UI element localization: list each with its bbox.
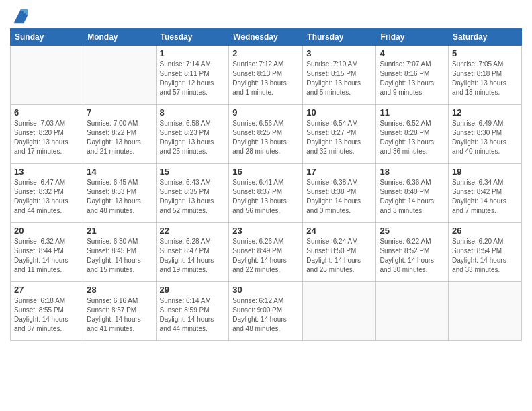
calendar-cell: 15Sunrise: 6:43 AMSunset: 8:35 PMDayligh… — [156, 164, 229, 223]
day-number: 18 — [380, 167, 445, 177]
day-number: 27 — [14, 285, 79, 295]
day-info: Sunrise: 6:12 AMSunset: 9:00 PMDaylight:… — [232, 296, 299, 334]
day-number: 19 — [452, 167, 518, 177]
calendar-cell: 6Sunrise: 7:03 AMSunset: 8:20 PMDaylight… — [11, 105, 83, 164]
calendar-cell — [303, 282, 376, 341]
day-info: Sunrise: 6:41 AMSunset: 8:37 PMDaylight:… — [232, 178, 299, 216]
calendar-cell: 27Sunrise: 6:18 AMSunset: 8:55 PMDayligh… — [11, 282, 83, 341]
day-info: Sunrise: 6:32 AMSunset: 8:44 PMDaylight:… — [14, 237, 79, 275]
day-info: Sunrise: 7:03 AMSunset: 8:20 PMDaylight:… — [14, 119, 79, 156]
calendar-cell: 22Sunrise: 6:28 AMSunset: 8:47 PMDayligh… — [156, 223, 229, 282]
day-info: Sunrise: 6:28 AMSunset: 8:47 PMDaylight:… — [160, 237, 226, 275]
day-info: Sunrise: 6:20 AMSunset: 8:54 PMDaylight:… — [452, 237, 518, 275]
calendar-cell: 29Sunrise: 6:14 AMSunset: 8:59 PMDayligh… — [156, 282, 229, 341]
day-info: Sunrise: 7:14 AMSunset: 8:11 PMDaylight:… — [160, 60, 226, 97]
day-number: 11 — [380, 107, 445, 118]
day-info: Sunrise: 6:18 AMSunset: 8:55 PMDaylight:… — [14, 296, 79, 334]
page: SundayMondayTuesdayWednesdayThursdayFrid… — [0, 0, 532, 348]
calendar-cell: 17Sunrise: 6:38 AMSunset: 8:38 PMDayligh… — [303, 164, 376, 223]
day-info: Sunrise: 6:49 AMSunset: 8:30 PMDaylight:… — [452, 119, 518, 156]
calendar-cell: 11Sunrise: 6:52 AMSunset: 8:28 PMDayligh… — [376, 105, 449, 164]
calendar-cell: 2Sunrise: 7:12 AMSunset: 8:13 PMDaylight… — [229, 46, 303, 105]
logo-icon — [11, 7, 30, 26]
day-info: Sunrise: 6:54 AMSunset: 8:27 PMDaylight:… — [306, 119, 372, 156]
day-info: Sunrise: 7:05 AMSunset: 8:18 PMDaylight:… — [452, 60, 518, 97]
day-number: 24 — [306, 226, 372, 236]
day-info: Sunrise: 6:58 AMSunset: 8:23 PMDaylight:… — [160, 119, 226, 156]
day-number: 14 — [87, 167, 152, 177]
day-info: Sunrise: 7:07 AMSunset: 8:16 PMDaylight:… — [380, 60, 445, 97]
day-number: 5 — [452, 48, 518, 58]
calendar-cell: 12Sunrise: 6:49 AMSunset: 8:30 PMDayligh… — [449, 105, 522, 164]
calendar-cell: 3Sunrise: 7:10 AMSunset: 8:15 PMDaylight… — [303, 46, 376, 105]
calendar-table: SundayMondayTuesdayWednesdayThursdayFrid… — [10, 28, 522, 341]
day-number: 3 — [306, 48, 372, 58]
column-header-sunday: Sunday — [11, 29, 83, 46]
day-number: 4 — [380, 48, 445, 58]
day-number: 12 — [452, 107, 518, 118]
week-row-2: 6Sunrise: 7:03 AMSunset: 8:20 PMDaylight… — [11, 105, 522, 164]
day-number: 2 — [232, 48, 299, 58]
day-number: 22 — [160, 226, 226, 236]
calendar-cell: 24Sunrise: 6:24 AMSunset: 8:50 PMDayligh… — [303, 223, 376, 282]
calendar-cell: 9Sunrise: 6:56 AMSunset: 8:25 PMDaylight… — [229, 105, 303, 164]
column-header-friday: Friday — [376, 29, 449, 46]
calendar-cell: 14Sunrise: 6:45 AMSunset: 8:33 PMDayligh… — [83, 164, 156, 223]
day-info: Sunrise: 6:24 AMSunset: 8:50 PMDaylight:… — [306, 237, 372, 275]
calendar-cell — [11, 46, 83, 105]
calendar-cell: 30Sunrise: 6:12 AMSunset: 9:00 PMDayligh… — [229, 282, 303, 341]
calendar-cell: 5Sunrise: 7:05 AMSunset: 8:18 PMDaylight… — [449, 46, 522, 105]
day-info: Sunrise: 6:45 AMSunset: 8:33 PMDaylight:… — [87, 178, 152, 216]
day-number: 10 — [306, 107, 372, 118]
day-number: 13 — [14, 167, 79, 177]
calendar-cell: 19Sunrise: 6:34 AMSunset: 8:42 PMDayligh… — [449, 164, 522, 223]
day-number: 7 — [87, 107, 152, 118]
calendar-cell: 20Sunrise: 6:32 AMSunset: 8:44 PMDayligh… — [11, 223, 83, 282]
calendar-header-row: SundayMondayTuesdayWednesdayThursdayFrid… — [11, 29, 522, 46]
calendar-cell: 8Sunrise: 6:58 AMSunset: 8:23 PMDaylight… — [156, 105, 229, 164]
day-info: Sunrise: 6:56 AMSunset: 8:25 PMDaylight:… — [232, 119, 299, 156]
calendar-cell — [376, 282, 449, 341]
day-info: Sunrise: 7:10 AMSunset: 8:15 PMDaylight:… — [306, 60, 372, 97]
day-info: Sunrise: 6:36 AMSunset: 8:40 PMDaylight:… — [380, 178, 445, 216]
week-row-3: 13Sunrise: 6:47 AMSunset: 8:32 PMDayligh… — [11, 164, 522, 223]
calendar-cell: 23Sunrise: 6:26 AMSunset: 8:49 PMDayligh… — [229, 223, 303, 282]
calendar-cell: 21Sunrise: 6:30 AMSunset: 8:45 PMDayligh… — [83, 223, 156, 282]
week-row-5: 27Sunrise: 6:18 AMSunset: 8:55 PMDayligh… — [11, 282, 522, 341]
calendar-cell — [83, 46, 156, 105]
calendar-cell: 1Sunrise: 7:14 AMSunset: 8:11 PMDaylight… — [156, 46, 229, 105]
day-number: 23 — [232, 226, 299, 236]
day-info: Sunrise: 7:12 AMSunset: 8:13 PMDaylight:… — [232, 60, 299, 97]
calendar-cell: 13Sunrise: 6:47 AMSunset: 8:32 PMDayligh… — [11, 164, 83, 223]
calendar-cell — [449, 282, 522, 341]
day-info: Sunrise: 6:26 AMSunset: 8:49 PMDaylight:… — [232, 237, 299, 275]
day-number: 21 — [87, 226, 152, 236]
column-header-monday: Monday — [83, 29, 156, 46]
week-row-4: 20Sunrise: 6:32 AMSunset: 8:44 PMDayligh… — [11, 223, 522, 282]
day-number: 30 — [232, 285, 299, 295]
calendar-cell: 26Sunrise: 6:20 AMSunset: 8:54 PMDayligh… — [449, 223, 522, 282]
day-number: 8 — [160, 107, 226, 118]
day-number: 28 — [87, 285, 152, 295]
column-header-thursday: Thursday — [303, 29, 376, 46]
day-info: Sunrise: 6:47 AMSunset: 8:32 PMDaylight:… — [14, 178, 79, 216]
day-number: 17 — [306, 167, 372, 177]
day-number: 26 — [452, 226, 518, 236]
day-info: Sunrise: 6:38 AMSunset: 8:38 PMDaylight:… — [306, 178, 372, 216]
logo — [10, 7, 30, 26]
calendar-cell: 18Sunrise: 6:36 AMSunset: 8:40 PMDayligh… — [376, 164, 449, 223]
day-number: 29 — [160, 285, 226, 295]
calendar-cell: 4Sunrise: 7:07 AMSunset: 8:16 PMDaylight… — [376, 46, 449, 105]
calendar-cell: 16Sunrise: 6:41 AMSunset: 8:37 PMDayligh… — [229, 164, 303, 223]
day-number: 16 — [232, 167, 299, 177]
calendar-cell: 7Sunrise: 7:00 AMSunset: 8:22 PMDaylight… — [83, 105, 156, 164]
column-header-wednesday: Wednesday — [229, 29, 303, 46]
day-info: Sunrise: 6:43 AMSunset: 8:35 PMDaylight:… — [160, 178, 226, 216]
day-number: 6 — [14, 107, 79, 118]
header — [10, 7, 522, 26]
day-number: 1 — [160, 48, 226, 58]
week-row-1: 1Sunrise: 7:14 AMSunset: 8:11 PMDaylight… — [11, 46, 522, 105]
calendar-cell: 25Sunrise: 6:22 AMSunset: 8:52 PMDayligh… — [376, 223, 449, 282]
day-info: Sunrise: 6:30 AMSunset: 8:45 PMDaylight:… — [87, 237, 152, 275]
day-number: 25 — [380, 226, 445, 236]
